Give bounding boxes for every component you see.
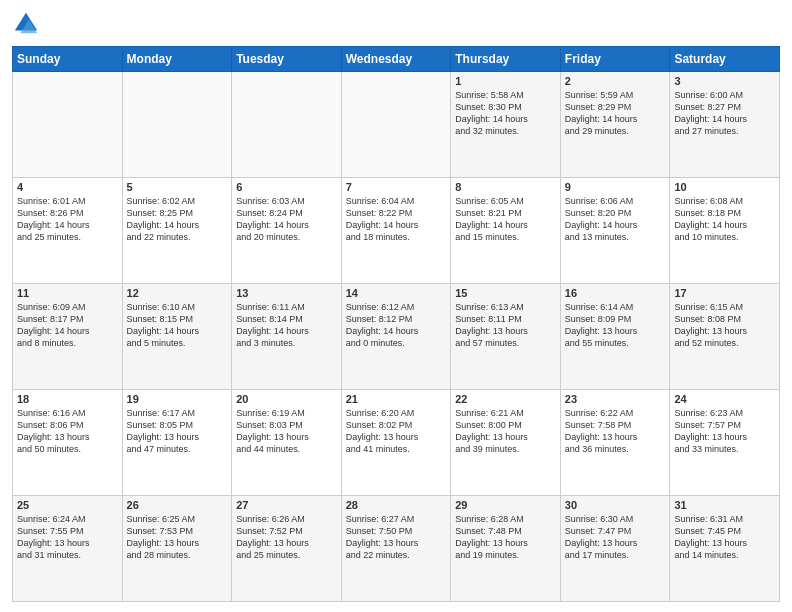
day-number: 4: [17, 181, 118, 193]
day-number: 17: [674, 287, 775, 299]
day-info: Sunrise: 6:09 AM Sunset: 8:17 PM Dayligh…: [17, 301, 118, 350]
day-number: 10: [674, 181, 775, 193]
day-number: 2: [565, 75, 666, 87]
day-number: 26: [127, 499, 228, 511]
calendar-cell: 7Sunrise: 6:04 AM Sunset: 8:22 PM Daylig…: [341, 178, 451, 284]
day-info: Sunrise: 6:26 AM Sunset: 7:52 PM Dayligh…: [236, 513, 337, 562]
weekday-header: Thursday: [451, 47, 561, 72]
calendar-cell: 11Sunrise: 6:09 AM Sunset: 8:17 PM Dayli…: [13, 284, 123, 390]
day-number: 24: [674, 393, 775, 405]
day-info: Sunrise: 6:02 AM Sunset: 8:25 PM Dayligh…: [127, 195, 228, 244]
day-info: Sunrise: 5:59 AM Sunset: 8:29 PM Dayligh…: [565, 89, 666, 138]
day-info: Sunrise: 6:10 AM Sunset: 8:15 PM Dayligh…: [127, 301, 228, 350]
day-number: 18: [17, 393, 118, 405]
day-info: Sunrise: 6:04 AM Sunset: 8:22 PM Dayligh…: [346, 195, 447, 244]
calendar-week-row: 18Sunrise: 6:16 AM Sunset: 8:06 PM Dayli…: [13, 390, 780, 496]
calendar-cell: 16Sunrise: 6:14 AM Sunset: 8:09 PM Dayli…: [560, 284, 670, 390]
calendar-cell: [341, 72, 451, 178]
calendar-cell: 6Sunrise: 6:03 AM Sunset: 8:24 PM Daylig…: [232, 178, 342, 284]
day-number: 12: [127, 287, 228, 299]
day-info: Sunrise: 6:15 AM Sunset: 8:08 PM Dayligh…: [674, 301, 775, 350]
day-info: Sunrise: 6:30 AM Sunset: 7:47 PM Dayligh…: [565, 513, 666, 562]
day-info: Sunrise: 6:17 AM Sunset: 8:05 PM Dayligh…: [127, 407, 228, 456]
day-number: 27: [236, 499, 337, 511]
day-number: 29: [455, 499, 556, 511]
calendar-cell: 12Sunrise: 6:10 AM Sunset: 8:15 PM Dayli…: [122, 284, 232, 390]
day-number: 16: [565, 287, 666, 299]
day-info: Sunrise: 6:14 AM Sunset: 8:09 PM Dayligh…: [565, 301, 666, 350]
calendar-cell: 4Sunrise: 6:01 AM Sunset: 8:26 PM Daylig…: [13, 178, 123, 284]
weekday-row: SundayMondayTuesdayWednesdayThursdayFrid…: [13, 47, 780, 72]
calendar-cell: 5Sunrise: 6:02 AM Sunset: 8:25 PM Daylig…: [122, 178, 232, 284]
day-info: Sunrise: 6:28 AM Sunset: 7:48 PM Dayligh…: [455, 513, 556, 562]
day-number: 19: [127, 393, 228, 405]
calendar-week-row: 25Sunrise: 6:24 AM Sunset: 7:55 PM Dayli…: [13, 496, 780, 602]
calendar-cell: 14Sunrise: 6:12 AM Sunset: 8:12 PM Dayli…: [341, 284, 451, 390]
day-info: Sunrise: 6:19 AM Sunset: 8:03 PM Dayligh…: [236, 407, 337, 456]
day-number: 6: [236, 181, 337, 193]
calendar-cell: 20Sunrise: 6:19 AM Sunset: 8:03 PM Dayli…: [232, 390, 342, 496]
calendar-cell: 17Sunrise: 6:15 AM Sunset: 8:08 PM Dayli…: [670, 284, 780, 390]
calendar-cell: [122, 72, 232, 178]
day-number: 3: [674, 75, 775, 87]
logo-icon: [12, 10, 40, 38]
calendar-table: SundayMondayTuesdayWednesdayThursdayFrid…: [12, 46, 780, 602]
weekday-header: Friday: [560, 47, 670, 72]
day-number: 14: [346, 287, 447, 299]
calendar-cell: [13, 72, 123, 178]
day-number: 23: [565, 393, 666, 405]
day-number: 1: [455, 75, 556, 87]
weekday-header: Sunday: [13, 47, 123, 72]
calendar-cell: 18Sunrise: 6:16 AM Sunset: 8:06 PM Dayli…: [13, 390, 123, 496]
day-info: Sunrise: 6:05 AM Sunset: 8:21 PM Dayligh…: [455, 195, 556, 244]
day-number: 25: [17, 499, 118, 511]
calendar-cell: 9Sunrise: 6:06 AM Sunset: 8:20 PM Daylig…: [560, 178, 670, 284]
day-info: Sunrise: 6:13 AM Sunset: 8:11 PM Dayligh…: [455, 301, 556, 350]
day-number: 22: [455, 393, 556, 405]
day-number: 11: [17, 287, 118, 299]
calendar-cell: 2Sunrise: 5:59 AM Sunset: 8:29 PM Daylig…: [560, 72, 670, 178]
calendar-cell: 29Sunrise: 6:28 AM Sunset: 7:48 PM Dayli…: [451, 496, 561, 602]
day-info: Sunrise: 6:31 AM Sunset: 7:45 PM Dayligh…: [674, 513, 775, 562]
day-info: Sunrise: 6:01 AM Sunset: 8:26 PM Dayligh…: [17, 195, 118, 244]
day-info: Sunrise: 6:16 AM Sunset: 8:06 PM Dayligh…: [17, 407, 118, 456]
calendar-cell: 31Sunrise: 6:31 AM Sunset: 7:45 PM Dayli…: [670, 496, 780, 602]
day-number: 9: [565, 181, 666, 193]
day-number: 7: [346, 181, 447, 193]
day-number: 21: [346, 393, 447, 405]
day-number: 15: [455, 287, 556, 299]
day-info: Sunrise: 6:22 AM Sunset: 7:58 PM Dayligh…: [565, 407, 666, 456]
calendar-cell: 23Sunrise: 6:22 AM Sunset: 7:58 PM Dayli…: [560, 390, 670, 496]
calendar-cell: 26Sunrise: 6:25 AM Sunset: 7:53 PM Dayli…: [122, 496, 232, 602]
calendar-cell: 1Sunrise: 5:58 AM Sunset: 8:30 PM Daylig…: [451, 72, 561, 178]
day-info: Sunrise: 6:11 AM Sunset: 8:14 PM Dayligh…: [236, 301, 337, 350]
weekday-header: Monday: [122, 47, 232, 72]
calendar-body: 1Sunrise: 5:58 AM Sunset: 8:30 PM Daylig…: [13, 72, 780, 602]
day-number: 31: [674, 499, 775, 511]
calendar-cell: 27Sunrise: 6:26 AM Sunset: 7:52 PM Dayli…: [232, 496, 342, 602]
day-number: 13: [236, 287, 337, 299]
day-info: Sunrise: 6:24 AM Sunset: 7:55 PM Dayligh…: [17, 513, 118, 562]
day-info: Sunrise: 6:06 AM Sunset: 8:20 PM Dayligh…: [565, 195, 666, 244]
day-info: Sunrise: 6:27 AM Sunset: 7:50 PM Dayligh…: [346, 513, 447, 562]
calendar-cell: 25Sunrise: 6:24 AM Sunset: 7:55 PM Dayli…: [13, 496, 123, 602]
header: [12, 10, 780, 38]
day-number: 28: [346, 499, 447, 511]
calendar-cell: 15Sunrise: 6:13 AM Sunset: 8:11 PM Dayli…: [451, 284, 561, 390]
calendar-week-row: 11Sunrise: 6:09 AM Sunset: 8:17 PM Dayli…: [13, 284, 780, 390]
day-number: 8: [455, 181, 556, 193]
logo: [12, 10, 44, 38]
day-info: Sunrise: 6:25 AM Sunset: 7:53 PM Dayligh…: [127, 513, 228, 562]
calendar-cell: 19Sunrise: 6:17 AM Sunset: 8:05 PM Dayli…: [122, 390, 232, 496]
calendar-cell: 21Sunrise: 6:20 AM Sunset: 8:02 PM Dayli…: [341, 390, 451, 496]
page: SundayMondayTuesdayWednesdayThursdayFrid…: [0, 0, 792, 612]
calendar-cell: 10Sunrise: 6:08 AM Sunset: 8:18 PM Dayli…: [670, 178, 780, 284]
day-info: Sunrise: 6:23 AM Sunset: 7:57 PM Dayligh…: [674, 407, 775, 456]
day-number: 20: [236, 393, 337, 405]
day-info: Sunrise: 6:03 AM Sunset: 8:24 PM Dayligh…: [236, 195, 337, 244]
calendar-cell: 30Sunrise: 6:30 AM Sunset: 7:47 PM Dayli…: [560, 496, 670, 602]
day-number: 30: [565, 499, 666, 511]
weekday-header: Saturday: [670, 47, 780, 72]
weekday-header: Wednesday: [341, 47, 451, 72]
calendar-cell: 28Sunrise: 6:27 AM Sunset: 7:50 PM Dayli…: [341, 496, 451, 602]
